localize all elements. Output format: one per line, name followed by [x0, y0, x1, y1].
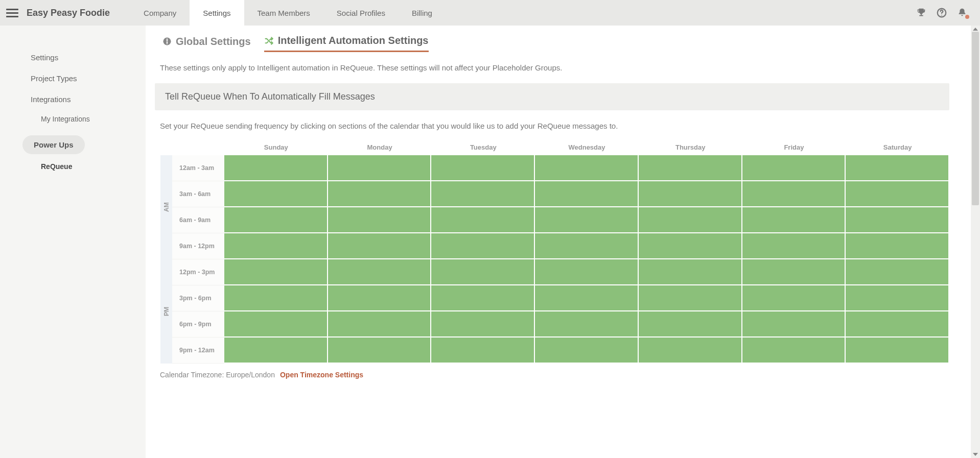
schedule-slot[interactable]: [742, 207, 846, 233]
app-title: Easy Peasy Foodie: [27, 8, 110, 18]
schedule-slot[interactable]: [846, 181, 949, 207]
schedule-slot[interactable]: [535, 155, 639, 181]
schedule-slot[interactable]: [224, 259, 328, 285]
schedule-slot[interactable]: [535, 233, 639, 259]
schedule-slot[interactable]: [431, 155, 535, 181]
time-row-label: 6am - 9am: [172, 207, 224, 233]
day-header: Saturday: [846, 143, 949, 151]
day-header: Friday: [742, 143, 846, 151]
schedule-slot[interactable]: [639, 155, 742, 181]
tab-global-label: Global Settings: [176, 36, 251, 47]
svg-point-1: [941, 15, 942, 16]
schedule-slot[interactable]: [846, 155, 949, 181]
schedule-slot[interactable]: [846, 259, 949, 285]
ampm-label: AM: [160, 155, 172, 259]
tab-intelligent-automation[interactable]: Intelligent Automation Settings: [264, 35, 429, 52]
schedule-slot[interactable]: [639, 181, 742, 207]
nav-billing[interactable]: Billing: [399, 0, 446, 26]
nav-team-members[interactable]: Team Members: [244, 0, 323, 26]
section-header: Tell ReQueue When To Automatically Fill …: [155, 83, 949, 110]
schedule-slot[interactable]: [328, 338, 432, 364]
schedule-slot[interactable]: [742, 155, 846, 181]
time-row-label: 12pm - 3pm: [172, 259, 224, 285]
schedule-slot[interactable]: [846, 285, 949, 311]
sidebar-item-settings[interactable]: Settings: [0, 47, 146, 68]
schedule-slot[interactable]: [742, 311, 846, 338]
schedule-slot[interactable]: [639, 285, 742, 311]
schedule-slot[interactable]: [431, 207, 535, 233]
schedule-slot[interactable]: [742, 181, 846, 207]
schedule-slot[interactable]: [431, 181, 535, 207]
time-row-label: 6pm - 9pm: [172, 311, 224, 338]
sidebar-subitem-requeue[interactable]: ReQueue: [0, 157, 146, 176]
schedule-slot[interactable]: [328, 285, 432, 311]
schedule-slot[interactable]: [224, 311, 328, 338]
schedule-slot[interactable]: [535, 311, 639, 338]
nav-settings[interactable]: Settings: [190, 0, 244, 26]
schedule-slot[interactable]: [846, 207, 949, 233]
schedule-slot[interactable]: [431, 233, 535, 259]
schedule-slot[interactable]: [328, 181, 432, 207]
schedule-slot[interactable]: [328, 259, 432, 285]
schedule-slot[interactable]: [846, 311, 949, 338]
schedule-slot[interactable]: [224, 181, 328, 207]
schedule-slot[interactable]: [742, 285, 846, 311]
scrollbar[interactable]: [971, 26, 980, 458]
schedule-slot[interactable]: [639, 259, 742, 285]
schedule-slot[interactable]: [535, 338, 639, 364]
schedule-slot[interactable]: [535, 207, 639, 233]
sidebar-item-integrations[interactable]: Integrations: [0, 89, 146, 110]
schedule-slot[interactable]: [742, 233, 846, 259]
schedule-slot[interactable]: [535, 259, 639, 285]
timezone-settings-link[interactable]: Open Timezone Settings: [280, 371, 363, 379]
schedule-slot[interactable]: [224, 233, 328, 259]
scroll-up-icon[interactable]: [973, 28, 978, 31]
schedule-slot[interactable]: [431, 311, 535, 338]
schedule-calendar: Sunday Monday Tuesday Wednesday Thursday…: [160, 143, 949, 364]
top-nav: Company Settings Team Members Social Pro…: [130, 0, 446, 26]
hamburger-menu-icon[interactable]: [6, 7, 18, 19]
trophy-icon[interactable]: [916, 7, 927, 18]
schedule-slot[interactable]: [224, 207, 328, 233]
time-row-label: 9pm - 12am: [172, 338, 224, 364]
schedule-slot[interactable]: [431, 338, 535, 364]
schedule-slot[interactable]: [639, 233, 742, 259]
tab-intelligent-label: Intelligent Automation Settings: [278, 35, 429, 46]
schedule-slot[interactable]: [535, 285, 639, 311]
scroll-down-icon[interactable]: [973, 453, 978, 456]
schedule-slot[interactable]: [328, 233, 432, 259]
help-icon[interactable]: [936, 7, 947, 18]
shuffle-icon: [264, 36, 274, 46]
notification-dot: [965, 15, 969, 19]
schedule-slot[interactable]: [431, 285, 535, 311]
nav-company[interactable]: Company: [130, 0, 190, 26]
ampm-label: PM: [160, 259, 172, 364]
schedule-slot[interactable]: [224, 338, 328, 364]
scroll-thumb[interactable]: [972, 32, 979, 205]
schedule-slot[interactable]: [535, 181, 639, 207]
bell-icon[interactable]: [956, 7, 968, 18]
schedule-slot[interactable]: [328, 311, 432, 338]
schedule-slot[interactable]: [639, 311, 742, 338]
section-subdescription: Set your ReQueue sending frequency by cl…: [160, 122, 949, 130]
sidebar-subitem-my-integrations[interactable]: My Integrations: [0, 110, 146, 128]
day-header: Monday: [328, 143, 432, 151]
schedule-slot[interactable]: [639, 207, 742, 233]
schedule-slot[interactable]: [328, 207, 432, 233]
time-row-label: 9am - 12pm: [172, 233, 224, 259]
schedule-slot[interactable]: [742, 259, 846, 285]
topbar-right: [916, 7, 974, 18]
schedule-slot[interactable]: [846, 233, 949, 259]
time-row-label: 12am - 3am: [172, 155, 224, 181]
schedule-slot[interactable]: [328, 155, 432, 181]
schedule-slot[interactable]: [431, 259, 535, 285]
sidebar-item-power-ups[interactable]: Power Ups: [22, 135, 85, 154]
schedule-slot[interactable]: [846, 338, 949, 364]
nav-social-profiles[interactable]: Social Profiles: [323, 0, 399, 26]
schedule-slot[interactable]: [224, 285, 328, 311]
schedule-slot[interactable]: [224, 155, 328, 181]
sidebar-item-project-types[interactable]: Project Types: [0, 68, 146, 89]
schedule-slot[interactable]: [742, 338, 846, 364]
tab-global-settings[interactable]: Global Settings: [162, 35, 251, 52]
schedule-slot[interactable]: [639, 338, 742, 364]
